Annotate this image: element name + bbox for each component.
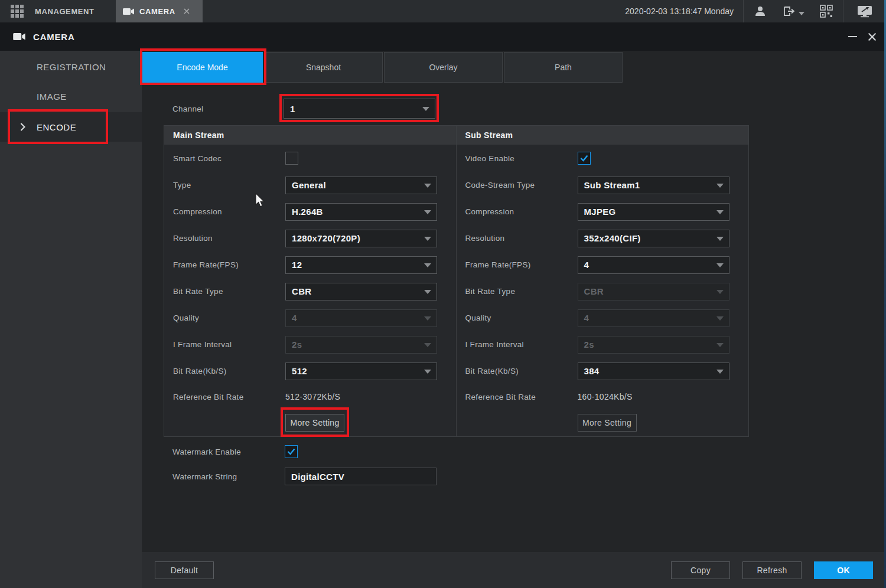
- dropdown-caret-icon: [424, 237, 431, 241]
- i-frame-interval-row: I Frame Interval 2s: [164, 331, 456, 358]
- encode-tabs: Encode Mode Snapshot Overlay Path: [142, 52, 624, 83]
- frame-rate-select[interactable]: 12: [285, 256, 437, 274]
- sub-compression-row: Compression MJPEG: [457, 198, 749, 225]
- minimize-button[interactable]: [848, 36, 857, 37]
- watermark-enable-row: Watermark Enable: [164, 444, 298, 459]
- dvr-app-window: MANAGEMENT CAMERA 2020-02-03 13:18:47 Mo…: [0, 0, 886, 588]
- sub-reference-bit-rate-row: Reference Bit Rate 160-1024Kb/S: [457, 384, 749, 409]
- window-title: CAMERA: [33, 32, 75, 42]
- video-camera-icon: [123, 8, 135, 15]
- watermark-enable-checkbox[interactable]: [285, 445, 298, 458]
- dropdown-caret-icon: [716, 263, 724, 267]
- sidebar-item-image[interactable]: IMAGE: [0, 81, 142, 111]
- compression-row: Compression H.264B: [164, 198, 456, 225]
- channel-row: Channel 1: [142, 98, 435, 119]
- reference-bit-rate-row: Reference Bit Rate 512-3072Kb/S: [164, 384, 456, 409]
- resolution-row: Resolution 1280x720(720P): [164, 225, 456, 251]
- logout-caret-icon: [799, 12, 804, 15]
- watermark-string-input[interactable]: [285, 468, 437, 485]
- dropdown-caret-icon: [716, 343, 724, 347]
- sub-i-frame-interval-select: 2s: [578, 336, 729, 354]
- bit-rate-type-select[interactable]: CBR: [285, 283, 437, 300]
- sidebar-item-registration[interactable]: REGISTRATION: [0, 52, 142, 81]
- sub-more-setting-row: More Setting: [457, 409, 749, 436]
- main-stream-title: Main Stream: [164, 126, 456, 145]
- sub-compression-select[interactable]: MJPEG: [578, 203, 729, 221]
- encode-page: Encode Mode Snapshot Overlay Path Channe…: [142, 51, 886, 552]
- tab-overlay[interactable]: Overlay: [384, 52, 503, 83]
- bit-rate-row: Bit Rate(Kb/S) 512: [164, 358, 456, 384]
- dropdown-caret-icon: [424, 316, 431, 321]
- ok-button[interactable]: OK: [814, 561, 873, 579]
- display-switch-icon[interactable]: [843, 0, 886, 22]
- sub-bit-rate-select[interactable]: 384: [578, 362, 729, 380]
- camera-tab-label: CAMERA: [139, 7, 175, 16]
- copy-button[interactable]: Copy: [671, 561, 730, 579]
- bit-rate-select[interactable]: 512: [285, 362, 437, 380]
- dropdown-caret-icon: [422, 107, 429, 111]
- sub-bit-rate-type-select: CBR: [578, 283, 729, 300]
- close-button[interactable]: [868, 32, 877, 41]
- chevron-right-icon: [20, 122, 25, 132]
- user-icon[interactable]: [744, 0, 777, 22]
- dropdown-caret-icon: [424, 290, 431, 294]
- code-stream-type-select[interactable]: Sub Stream1: [578, 177, 729, 194]
- type-select[interactable]: General: [285, 177, 437, 194]
- management-menu[interactable]: MANAGEMENT: [35, 7, 95, 16]
- tab-path[interactable]: Path: [504, 52, 623, 83]
- smart-codec-row: Smart Codec: [164, 145, 456, 172]
- sub-reference-bit-rate-value: 160-1024Kb/S: [578, 392, 633, 401]
- dropdown-caret-icon: [716, 370, 724, 374]
- tab-snapshot[interactable]: Snapshot: [264, 52, 383, 83]
- refresh-button[interactable]: Refresh: [742, 561, 802, 579]
- type-row: Type General: [164, 172, 456, 198]
- dropdown-caret-icon: [716, 316, 724, 321]
- sub-frame-rate-select[interactable]: 4: [578, 256, 729, 274]
- video-camera-icon: [13, 32, 26, 41]
- sub-quality-select: 4: [578, 309, 729, 327]
- tab-encode-mode[interactable]: Encode Mode: [142, 52, 263, 83]
- main-stream-section: Main Stream Smart Codec Type General Com…: [164, 126, 457, 436]
- video-enable-checkbox[interactable]: [578, 152, 591, 165]
- i-frame-interval-select: 2s: [285, 336, 437, 354]
- smart-codec-checkbox[interactable]: [285, 152, 298, 165]
- more-setting-row: More Setting: [164, 409, 456, 436]
- code-stream-type-row: Code-Stream Type Sub Stream1: [457, 172, 749, 198]
- window-header: CAMERA: [0, 22, 886, 51]
- quality-row: Quality 4: [164, 305, 456, 331]
- top-bar-right: 2020-02-03 13:18:47 Monday: [625, 0, 886, 22]
- stream-panel: Main Stream Smart Codec Type General Com…: [164, 125, 749, 437]
- checkmark-icon: [287, 448, 295, 455]
- sidebar-item-encode-label: ENCODE: [37, 122, 76, 132]
- watermark-string-row: Watermark String: [164, 468, 437, 485]
- default-button[interactable]: Default: [155, 561, 214, 579]
- logout-icon[interactable]: [777, 0, 810, 22]
- dropdown-caret-icon: [716, 237, 724, 241]
- dropdown-caret-icon: [424, 184, 431, 188]
- sub-more-setting-button[interactable]: More Setting: [578, 414, 637, 432]
- sidebar-item-encode[interactable]: ENCODE: [0, 112, 142, 142]
- sub-resolution-select[interactable]: 352x240(CIF): [578, 230, 729, 247]
- compression-select[interactable]: H.264B: [285, 203, 437, 221]
- sub-bit-rate-row: Bit Rate(Kb/S) 384: [457, 358, 749, 384]
- dropdown-caret-icon: [424, 343, 431, 347]
- dropdown-caret-icon: [424, 263, 431, 267]
- tab-close-icon[interactable]: [184, 8, 190, 14]
- sub-i-frame-interval-row: I Frame Interval 2s: [457, 331, 749, 358]
- video-enable-row: Video Enable: [457, 145, 749, 172]
- top-bar: MANAGEMENT CAMERA 2020-02-03 13:18:47 Mo…: [0, 0, 886, 22]
- checkmark-icon: [580, 155, 588, 162]
- channel-select[interactable]: 1: [284, 99, 435, 119]
- resolution-select[interactable]: 1280x720(720P): [285, 230, 437, 247]
- main-more-setting-button[interactable]: More Setting: [285, 414, 344, 432]
- qr-code-icon[interactable]: [810, 0, 843, 22]
- dropdown-caret-icon: [424, 210, 431, 214]
- dropdown-caret-icon: [716, 290, 724, 294]
- dropdown-caret-icon: [716, 184, 724, 188]
- reference-bit-rate-value: 512-3072Kb/S: [285, 392, 340, 401]
- camera-tab[interactable]: CAMERA: [116, 0, 203, 22]
- sub-resolution-row: Resolution 352x240(CIF): [457, 225, 749, 251]
- datetime-display: 2020-02-03 13:18:47 Monday: [625, 6, 734, 16]
- quality-select: 4: [285, 309, 437, 327]
- apps-grid-icon[interactable]: [11, 5, 24, 18]
